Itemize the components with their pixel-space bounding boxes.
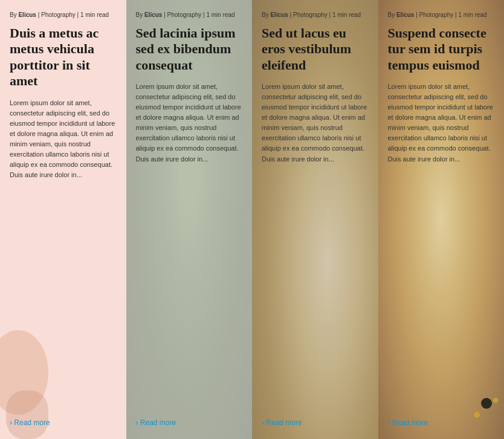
card-3-title: Sed ut lacus eu eros vestibulum eleifend: [262, 25, 369, 73]
card-2-title: Sed lacinia ipsum sed ex bibendum conseq…: [136, 25, 243, 73]
card-4-body: Lorem ipsum dolor sit amet, consectetur …: [388, 82, 495, 409]
card-4-dot-3: [493, 398, 498, 403]
card-4-dot-2: [474, 412, 480, 418]
cards-container: By Elicus | Photography | 1 min readDuis…: [0, 0, 504, 439]
card-2: By Elicus | Photography | 1 min readSed …: [126, 0, 253, 439]
card-4: By Elicus | Photography | 1 min readSusp…: [378, 0, 505, 439]
card-1-meta: By Elicus | Photography | 1 min read: [10, 11, 117, 19]
card-1-body: Lorem ipsum dolor sit amet, consectetur …: [10, 98, 117, 409]
card-1-title: Duis a metus ac metus vehicula porttitor…: [10, 25, 117, 89]
card-4-content: By Elicus | Photography | 1 min readSusp…: [378, 0, 505, 439]
card-3-read-more[interactable]: Read more: [262, 418, 369, 427]
card-3-body: Lorem ipsum dolor sit amet, consectetur …: [262, 82, 369, 409]
card-3: By Elicus | Photography | 1 min readSed …: [252, 0, 378, 439]
card-4-meta: By Elicus | Photography | 1 min read: [388, 11, 495, 19]
card-3-meta: By Elicus | Photography | 1 min read: [262, 11, 369, 19]
card-4-title: Suspend consecte tur sem id turpis tempu…: [388, 25, 495, 73]
card-4-read-more[interactable]: Read more: [388, 418, 495, 427]
card-2-read-more[interactable]: Read more: [136, 418, 243, 427]
card-2-meta: By Elicus | Photography | 1 min read: [136, 11, 243, 19]
card-3-content: By Elicus | Photography | 1 min readSed …: [252, 0, 378, 439]
card-1-read-more[interactable]: Read more: [10, 418, 117, 427]
card-1: By Elicus | Photography | 1 min readDuis…: [0, 0, 126, 439]
card-4-dot-1: [481, 398, 492, 409]
card-2-content: By Elicus | Photography | 1 min readSed …: [126, 0, 253, 439]
card-1-content: By Elicus | Photography | 1 min readDuis…: [0, 0, 126, 439]
card-2-body: Lorem ipsum dolor sit amet, consectetur …: [136, 82, 243, 409]
